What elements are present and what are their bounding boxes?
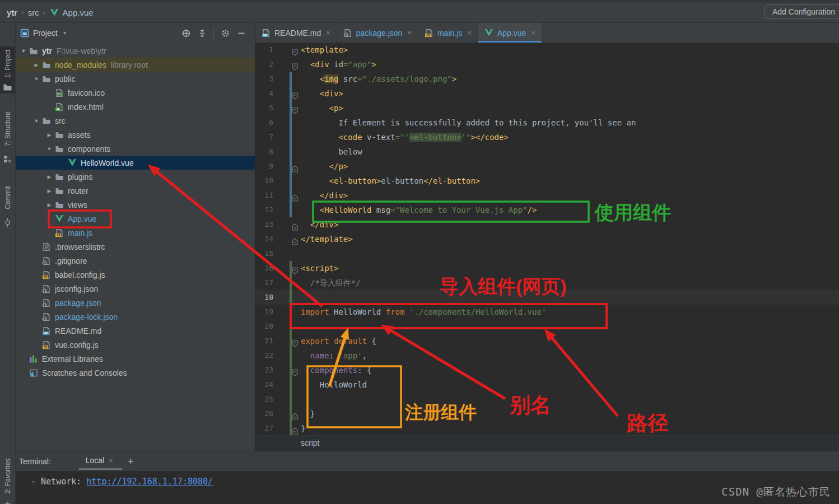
editor-tab-app-vue[interactable]: App.vue× bbox=[478, 23, 542, 43]
tree-item-app-vue[interactable]: App.vue bbox=[15, 212, 255, 226]
stripe-item-commit[interactable]: Commit bbox=[0, 179, 15, 229]
tree-item-label: components bbox=[68, 144, 110, 153]
code-text: <HelloWorld msg="Welcome to Your Vue.js … bbox=[301, 203, 537, 217]
editor-tab-readme-md[interactable]: MDREADME.md× bbox=[255, 23, 337, 43]
tree-item-plugins[interactable]: ▶plugins bbox=[15, 170, 255, 184]
tree-item-readme-md[interactable]: MDREADME.md bbox=[15, 324, 255, 338]
tree-item-views[interactable]: ▶views bbox=[15, 198, 255, 212]
folder-file-icon bbox=[29, 46, 38, 55]
tree-item-public[interactable]: ▼public bbox=[15, 72, 255, 86]
project-panel-title: Project bbox=[33, 29, 58, 38]
editor-breadcrumb[interactable]: script bbox=[255, 435, 839, 451]
tree-item-index-html[interactable]: Hindex.html bbox=[15, 100, 255, 114]
close-icon[interactable]: × bbox=[326, 29, 330, 37]
breadcrumb-item-ytr[interactable]: ytr bbox=[7, 8, 17, 17]
tree-item-node_modules[interactable]: ▶node_moduleslibrary root bbox=[15, 58, 255, 72]
stripe-star-icon: ★ bbox=[3, 499, 12, 504]
code-line-22: 22 name: 'app', bbox=[255, 348, 839, 363]
stripe-item-1-project[interactable]: 1: Project bbox=[0, 46, 15, 94]
tree-item--browserslistrc[interactable]: .browserslistrc bbox=[15, 240, 255, 254]
tree-item-components[interactable]: ▼components bbox=[15, 142, 255, 156]
tree-item-label: babel.config.js bbox=[55, 270, 105, 279]
hide-panel-button[interactable] bbox=[237, 29, 246, 38]
svg-text:JS: JS bbox=[44, 276, 48, 279]
settings-icon[interactable] bbox=[221, 29, 230, 38]
code-text: } bbox=[301, 407, 315, 421]
tree-item-helloworld-vue[interactable]: HelloWorld.vue bbox=[15, 156, 255, 170]
folder-file-icon bbox=[42, 116, 51, 125]
chevron-down-icon[interactable]: ▼ bbox=[63, 31, 67, 36]
line-number: 10 bbox=[255, 174, 273, 188]
line-number: 13 bbox=[255, 217, 273, 232]
code-text: </template> bbox=[301, 232, 353, 246]
line-number: 22 bbox=[255, 348, 273, 363]
terminal-tab-local[interactable]: Local× bbox=[83, 451, 115, 471]
new-terminal-button[interactable]: + bbox=[128, 453, 134, 470]
tree-item-jsconfig-json[interactable]: {}jsconfig.json bbox=[15, 282, 255, 296]
add-configuration-button[interactable]: Add Configuration bbox=[765, 4, 839, 19]
close-icon[interactable]: × bbox=[467, 29, 472, 37]
code-area[interactable]: 1<template>2 <div id="app">3 <img src=".… bbox=[255, 43, 839, 436]
svg-text:{}: {} bbox=[43, 289, 46, 292]
tree-item-vue-config-js[interactable]: JSvue.config.js bbox=[15, 338, 255, 352]
scratch-file-icon bbox=[29, 368, 38, 377]
terminal-network-link[interactable]: http://192.168.1.17:8080/ bbox=[86, 477, 213, 487]
line-number: 19 bbox=[255, 305, 273, 319]
line-number: 18 bbox=[255, 290, 273, 305]
close-icon[interactable]: × bbox=[109, 456, 113, 465]
line-number: 1 bbox=[255, 43, 273, 57]
editor-tab-package-json[interactable]: {}package.json× bbox=[337, 23, 418, 43]
fold-marker-icon[interactable] bbox=[292, 424, 298, 436]
stripe-item-7-structure[interactable]: 7: Structure bbox=[0, 104, 15, 166]
code-line-1: 1<template> bbox=[255, 43, 839, 57]
line-number: 14 bbox=[255, 232, 273, 246]
tree-item-favicon-ico[interactable]: favicon.ico bbox=[15, 86, 255, 100]
md-file-icon: MD bbox=[42, 326, 51, 335]
tree-item-package-lock-json[interactable]: {}package-lock.json bbox=[15, 310, 255, 324]
code-line-5: 5 <p> bbox=[255, 101, 839, 115]
tree-expanded-icon[interactable]: ▼ bbox=[18, 48, 29, 54]
stripe-structure-icon bbox=[3, 155, 12, 164]
tree-collapsed-icon[interactable]: ▶ bbox=[44, 174, 55, 180]
breadcrumb-item-app-vue[interactable]: App.vue bbox=[63, 8, 94, 17]
line-number: 23 bbox=[255, 363, 273, 377]
locate-file-button[interactable] bbox=[181, 29, 191, 38]
code-line-16: 16<script> bbox=[255, 261, 839, 276]
code-line-8: 8 below bbox=[255, 144, 839, 159]
line-number: 5 bbox=[255, 101, 273, 115]
tree-collapsed-icon[interactable]: ▶ bbox=[44, 202, 55, 208]
main-toolbar: ytr›src›App.vue Add Configuration bbox=[0, 0, 839, 23]
tree-collapsed-icon[interactable]: ▶ bbox=[44, 188, 55, 194]
vue-logo-icon bbox=[50, 8, 59, 17]
tree-item-label: favicon.ico bbox=[68, 88, 105, 97]
tree-item-ytr[interactable]: ▼ytrF:\vue-web\ytr bbox=[15, 44, 255, 58]
editor-tab-label: App.vue bbox=[497, 29, 526, 38]
tree-item-assets[interactable]: ▶assets bbox=[15, 128, 255, 142]
tree-expanded-icon[interactable]: ▼ bbox=[44, 146, 55, 152]
tree-item-src[interactable]: ▼src bbox=[15, 114, 255, 128]
tree-item-package-json[interactable]: {}package.json bbox=[15, 296, 255, 310]
close-icon[interactable]: × bbox=[531, 29, 535, 37]
tree-expanded-icon[interactable]: ▼ bbox=[31, 118, 42, 124]
editor-tab-main-js[interactable]: JSmain.js× bbox=[418, 23, 478, 43]
line-number: 25 bbox=[255, 392, 273, 407]
project-tree: ▼ytrF:\vue-web\ytr▶node_moduleslibrary r… bbox=[15, 44, 255, 451]
code-text: <script> bbox=[301, 261, 338, 276]
tree-item-label: public bbox=[55, 74, 76, 83]
tree-item-external-libraries[interactable]: External Libraries bbox=[15, 352, 255, 366]
tree-item-main-js[interactable]: JSmain.js bbox=[15, 226, 255, 240]
collapse-all-button[interactable] bbox=[198, 29, 207, 38]
tree-item--gitignore[interactable]: .gitignore bbox=[15, 254, 255, 268]
close-icon[interactable]: × bbox=[407, 29, 412, 37]
tree-expanded-icon[interactable]: ▼ bbox=[31, 76, 42, 82]
tree-collapsed-icon[interactable]: ▶ bbox=[44, 132, 55, 138]
tree-item-babel-config-js[interactable]: JSbabel.config.js bbox=[15, 268, 255, 282]
tree-collapsed-icon[interactable]: ▶ bbox=[31, 62, 42, 68]
tree-item-scratches-and-consoles[interactable]: Scratches and Consoles bbox=[15, 366, 255, 380]
tree-item-router[interactable]: ▶router bbox=[15, 184, 255, 198]
breadcrumb-item-src[interactable]: src bbox=[28, 8, 39, 17]
stripe-item-2-favorites[interactable]: 2: Favorites★ bbox=[0, 454, 15, 504]
code-line-7: 7 <code v-text="'<el-button>'"></code> bbox=[255, 130, 839, 144]
svg-text:★: ★ bbox=[4, 500, 11, 504]
folder-file-icon bbox=[55, 130, 64, 139]
